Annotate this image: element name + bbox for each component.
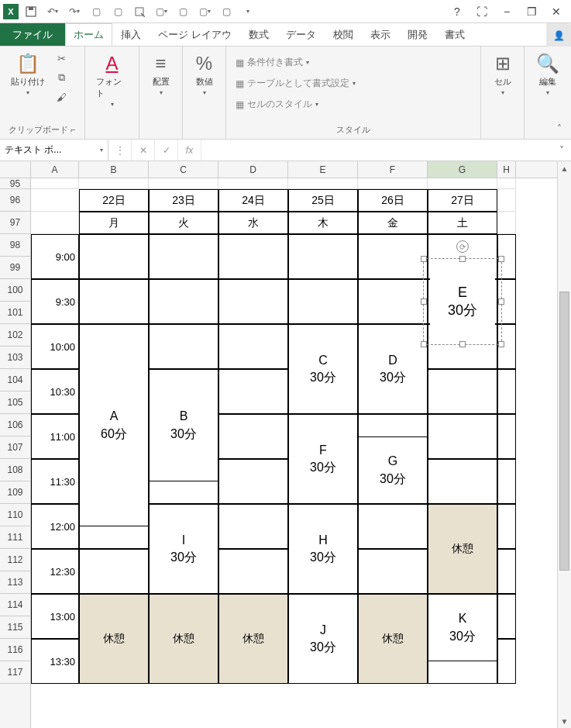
slot[interactable]: [428, 414, 497, 459]
tab-view[interactable]: 表示: [362, 23, 399, 46]
row-header-116[interactable]: 116: [0, 639, 30, 661]
help-button[interactable]: ?: [445, 2, 469, 21]
slot-h[interactable]: [497, 369, 516, 414]
slot[interactable]: [358, 279, 428, 324]
expand-formula-bar-button[interactable]: ˅: [552, 140, 571, 160]
selected-textbox[interactable]: ⟳E30分: [423, 258, 502, 345]
tab-review[interactable]: 校閲: [325, 23, 362, 46]
resize-handle-tm[interactable]: [459, 256, 466, 262]
slot[interactable]: [358, 234, 428, 279]
row-header-102[interactable]: 102: [0, 324, 30, 347]
dow-header[interactable]: 木: [288, 212, 358, 234]
slot[interactable]: [79, 549, 149, 594]
scroll-track[interactable]: [558, 175, 571, 714]
dow-header[interactable]: 水: [218, 212, 288, 234]
schedule-block-B[interactable]: B30分: [149, 369, 218, 481]
col-header-G[interactable]: G: [428, 161, 497, 178]
bg-cell[interactable]: [428, 178, 497, 189]
row-header-101[interactable]: 101: [0, 302, 30, 324]
qat-more-2[interactable]: ▢: [108, 2, 127, 21]
minimize-button[interactable]: −: [495, 2, 518, 21]
row-header-117[interactable]: 117: [0, 661, 30, 684]
user-account-icon[interactable]: 👤: [546, 23, 571, 48]
slot[interactable]: [79, 234, 149, 279]
scroll-up-button[interactable]: ▲: [558, 161, 571, 175]
namebox-more[interactable]: ⋮: [108, 140, 132, 160]
col-header-C[interactable]: C: [149, 161, 218, 178]
col-header-D[interactable]: D: [218, 161, 288, 178]
bg-cell[interactable]: [497, 178, 516, 189]
time-label[interactable]: 12:00: [31, 504, 79, 549]
slot[interactable]: [149, 324, 218, 369]
slot[interactable]: [358, 549, 428, 594]
conditional-formatting-button[interactable]: ▦条件付き書式 ▾: [232, 54, 312, 71]
schedule-block-D[interactable]: D30分: [358, 324, 428, 414]
scroll-thumb[interactable]: [559, 292, 569, 571]
row-header-105[interactable]: 105: [0, 392, 30, 414]
bg-cell[interactable]: [497, 189, 516, 212]
rest-block[interactable]: 休憩: [428, 504, 497, 594]
row-header-100[interactable]: 100: [0, 279, 30, 302]
resize-handle-tl[interactable]: [421, 256, 427, 262]
row-header-99[interactable]: 99: [0, 257, 30, 279]
number-group-button[interactable]: % 数値 ▾: [191, 50, 218, 99]
col-header-B[interactable]: B: [79, 161, 149, 178]
resize-handle-ml[interactable]: [421, 298, 427, 305]
time-label[interactable]: 9:00: [31, 234, 79, 279]
slot[interactable]: [288, 234, 358, 279]
insert-function-button[interactable]: fx: [178, 140, 201, 160]
slot[interactable]: [149, 279, 218, 324]
row-header-96[interactable]: 96: [0, 189, 30, 212]
tab-formulas[interactable]: 数式: [240, 23, 277, 46]
resize-handle-bm[interactable]: [459, 341, 466, 347]
dow-header[interactable]: 火: [149, 212, 218, 234]
row-header-108[interactable]: 108: [0, 459, 30, 481]
slot[interactable]: [218, 324, 288, 369]
alignment-group-button[interactable]: ≡ 配置 ▾: [148, 50, 174, 99]
slot[interactable]: [218, 279, 288, 324]
bg-cell[interactable]: [149, 178, 218, 189]
slot-h[interactable]: [497, 639, 516, 684]
date-header[interactable]: 25日: [288, 189, 358, 212]
slot[interactable]: [218, 504, 288, 549]
font-group-button[interactable]: A フォント ▾: [91, 50, 132, 111]
ribbon-display-button[interactable]: ⛶: [470, 2, 494, 21]
schedule-block-F[interactable]: F30分: [288, 414, 358, 504]
time-label[interactable]: 10:30: [31, 369, 79, 414]
schedule-block-I[interactable]: I30分: [149, 504, 218, 594]
row-header-115[interactable]: 115: [0, 616, 30, 639]
tab-data[interactable]: データ: [277, 23, 325, 46]
bg-cell[interactable]: [288, 178, 358, 189]
qat-more-6[interactable]: ▢: [217, 2, 236, 21]
rest-block[interactable]: 休憩: [218, 594, 288, 684]
tab-insert[interactable]: 挿入: [112, 23, 150, 46]
slot-h[interactable]: [497, 459, 516, 504]
slot[interactable]: [218, 549, 288, 594]
editing-group-button[interactable]: 🔍 編集 ▾: [531, 50, 564, 99]
schedule-block-H[interactable]: H30分: [288, 504, 358, 594]
cut-button[interactable]: ✂: [53, 50, 70, 67]
save-button[interactable]: [22, 2, 40, 21]
name-box[interactable]: テキスト ボ...▾: [0, 140, 108, 160]
cell-styles-button[interactable]: ▦セルのスタイル ▾: [232, 96, 322, 112]
slot[interactable]: [218, 234, 288, 279]
blank[interactable]: [31, 189, 79, 212]
time-label[interactable]: 9:30: [31, 279, 79, 324]
format-painter-button[interactable]: 🖌: [53, 88, 70, 105]
time-label[interactable]: 13:30: [31, 639, 79, 684]
schedule-block-K[interactable]: K30分: [428, 594, 497, 661]
qat-preview[interactable]: [130, 2, 149, 21]
bg-cell[interactable]: [79, 178, 149, 189]
dow-header[interactable]: 土: [428, 212, 497, 234]
row-header-106[interactable]: 106: [0, 414, 30, 436]
date-header[interactable]: 24日: [218, 189, 288, 212]
bg-cell[interactable]: [31, 178, 79, 189]
slot[interactable]: [149, 234, 218, 279]
row-header-97[interactable]: 97: [0, 212, 30, 234]
slot[interactable]: [428, 369, 497, 414]
row-header-110[interactable]: 110: [0, 504, 30, 526]
row-header-111[interactable]: 111: [0, 526, 30, 549]
row-header-104[interactable]: 104: [0, 369, 30, 392]
date-header[interactable]: 27日: [428, 189, 497, 212]
blank[interactable]: [31, 212, 79, 234]
